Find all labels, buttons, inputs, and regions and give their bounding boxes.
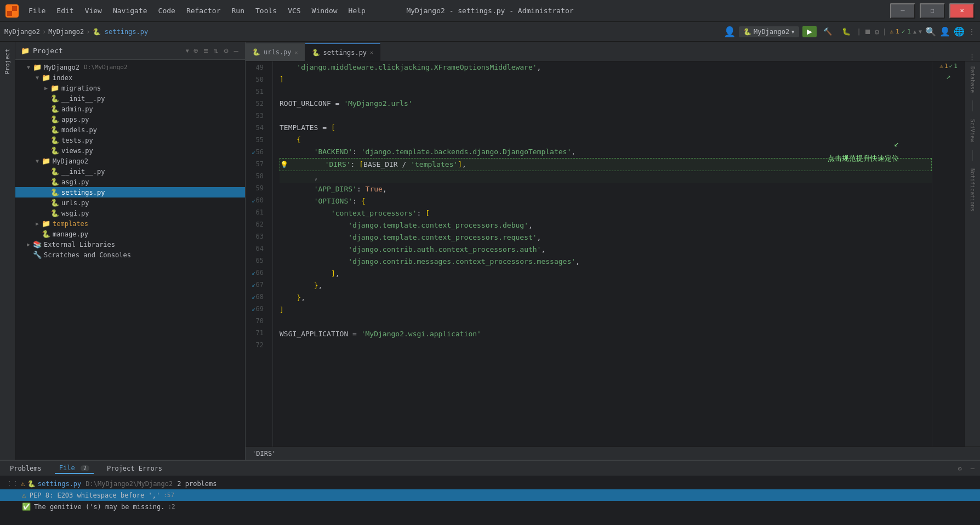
title-bar: File Edit View Navigate Code Refactor Ru… [0,0,980,22]
problem-row-settings-header[interactable]: ⋮⋮ ⚠ 🐍 settings.py D:\MyDjango2\MyDjango… [0,478,980,489]
breadcrumb-part-1[interactable]: MyDjango2 [4,28,40,36]
tree-file-settings[interactable]: 🐍 settings.py [15,187,245,197]
tree-folder-templates[interactable]: ▶ 📁 templates [15,218,245,229]
menu-view[interactable]: View [81,4,106,17]
tree-item-label-asgi: asgi.py [61,178,89,186]
editor-container: 49 50 51 52 53 54 55 ↙56 57 58 59 ↙60 [246,61,980,447]
code-editor[interactable]: 49 50 51 52 53 54 55 ↙56 57 58 59 ↙60 [246,61,965,447]
tab-menu-icon[interactable]: ⋮ [964,53,980,61]
collapse-all-icon[interactable]: ≡ [202,45,209,56]
tree-file-tests[interactable]: 🐍 tests.py [15,135,245,145]
menu-help[interactable]: Help [344,4,370,17]
menu-vcs[interactable]: VCS [283,4,305,17]
lightbulb-icon[interactable]: 💡 [280,159,288,171]
tree-folder-external[interactable]: ▶ 📚 External Libraries [15,239,245,250]
database-label[interactable]: Database [968,64,977,95]
tree-file-models[interactable]: 🐍 models.py [15,125,245,135]
more-toolbar-icon[interactable]: ⋮ [968,27,976,36]
maximize-button[interactable]: □ [920,3,945,19]
build-button[interactable]: 🔨 [820,25,835,38]
problems-tab-file[interactable]: File 2 [55,463,94,474]
tree-root[interactable]: ▼ 📁 MyDjango2 D:\MyDjango2 [15,62,245,72]
tree-file-init-index[interactable]: 🐍 __init__.py [15,93,245,104]
code-line-51 [280,86,932,98]
menu-file[interactable]: File [24,4,50,17]
problems-tab-problems[interactable]: Problems [5,464,46,473]
problem-row-pep8[interactable]: ⚠ PEP 8: E203 whitespace before ',' :57 [0,489,980,501]
code-line-67: }, [280,280,932,292]
tree-folder-index[interactable]: ▼ 📁 index [15,72,245,83]
arrow-index: ▼ [33,75,42,81]
breadcrumb-part-2[interactable]: MyDjango2 [48,28,84,36]
panel-label-text-project[interactable]: Project [2,44,13,78]
tree-file-init-mydjango2[interactable]: 🐍 __init__.py [15,166,245,177]
tab-settings[interactable]: 🐍 settings.py ✕ [305,43,381,61]
tree-folder-migrations[interactable]: ▶ 📁 migrations [15,83,245,93]
chevron-down-icon[interactable]: ▼ [919,29,922,35]
scratches-icon: 🔧 [33,251,42,259]
tree-file-wsgi[interactable]: 🐍 wsgi.py [15,208,245,218]
gear-icon[interactable]: ⚙ [223,45,229,56]
folder-icon-migrations: 📁 [50,84,59,92]
minimap-warn-indicator: ⚠ 1 ✓ 1 [939,63,958,70]
tree-item-label-scratches: Scratches and Consoles [44,251,131,259]
arrow-mydjango2-sub: ▼ [33,158,42,164]
problem-row-genitive[interactable]: ✅ The genitive ('s) may be missing. :2 [0,501,980,512]
user-icon[interactable]: 👤 [723,26,736,37]
settings-toolbar-icon[interactable]: ⚙ [875,27,879,36]
tree-file-admin[interactable]: 🐍 admin.py [15,104,245,114]
line-num-50: 50 [246,74,268,86]
search-toolbar-icon[interactable]: 🔍 [925,26,936,37]
globe-icon[interactable]: 🌐 [954,26,965,37]
menu-edit[interactable]: Edit [52,4,78,17]
tree-file-asgi[interactable]: 🐍 asgi.py [15,177,245,187]
code-line-52: ROOT_URLCONF = 'MyDjango2.urls' [280,98,932,110]
breadcrumb-part-3[interactable]: 🐍 settings.py [93,28,149,36]
tree-folder-mydjango2-sub[interactable]: ▼ 📁 MyDjango2 [15,156,245,166]
code-line-62: 'django.template.context_processors.debu… [280,219,932,232]
problems-tab-project-errors[interactable]: Project Errors [102,464,167,473]
python-icon-wsgi: 🐍 [50,209,59,217]
menu-refactor[interactable]: Refactor [182,4,225,17]
notifications-label[interactable]: Notifications [968,166,977,213]
stop-button[interactable]: ⏹ [864,27,871,36]
menu-code[interactable]: Code [154,4,180,17]
root-path: D:\MyDjango2 [84,64,127,71]
tree-file-views[interactable]: 🐍 views.py [15,145,245,156]
folder-icon-mydjango2-sub: 📁 [42,157,50,165]
add-file-icon[interactable]: ⊕ [192,45,199,56]
run-config-dropdown[interactable]: 🐍 MyDjango2 ▼ [739,26,799,37]
svg-rect-2 [12,6,17,11]
sort-icon[interactable]: ⇅ [213,45,219,56]
problems-minimize-icon[interactable]: — [971,465,975,472]
tab-close-urls[interactable]: ✕ [295,49,298,55]
minimize-button[interactable]: ─ [890,3,915,19]
tab-close-settings[interactable]: ✕ [370,49,373,55]
tab-urls[interactable]: 🐍 urls.py ✕ [246,43,305,61]
user-toolbar-icon[interactable]: 👤 [939,26,950,37]
close-sidebar-icon[interactable]: — [233,45,240,56]
close-button[interactable]: ✕ [949,3,975,19]
tree-item-scratches[interactable]: 🔧 Scratches and Consoles [15,250,245,260]
tree-file-manage[interactable]: 🐍 manage.py [15,229,245,239]
menu-tools[interactable]: Tools [251,4,281,17]
tree-file-urls[interactable]: 🐍 urls.py [15,197,245,208]
tree-item-label-manage: manage.py [53,230,88,238]
code-line-70 [280,316,932,328]
menu-window[interactable]: Window [307,4,342,17]
debug-button[interactable]: 🐛 [839,25,854,38]
sciview-label[interactable]: SciView [968,117,977,144]
problems-gear-icon[interactable]: ⚙ [958,465,962,472]
menu-run[interactable]: Run [227,4,249,17]
python-icon-tests: 🐍 [50,136,59,144]
chevron-up-icon[interactable]: ▲ [913,29,916,35]
code-area[interactable]: ↙ 点击规范提升快速定位 'django.middleware.clickjac… [273,61,932,447]
line-num-64: 64 [246,242,268,255]
panel-label-project: Project [0,42,15,460]
app-logo [5,4,19,18]
run-button[interactable]: ▶ [802,26,817,37]
sidebar-actions: ⊕ ≡ ⇅ ⚙ — [192,45,240,56]
tree-file-apps[interactable]: 🐍 apps.py [15,114,245,125]
menu-navigate[interactable]: Navigate [109,4,152,17]
library-icon: 📚 [33,240,42,249]
